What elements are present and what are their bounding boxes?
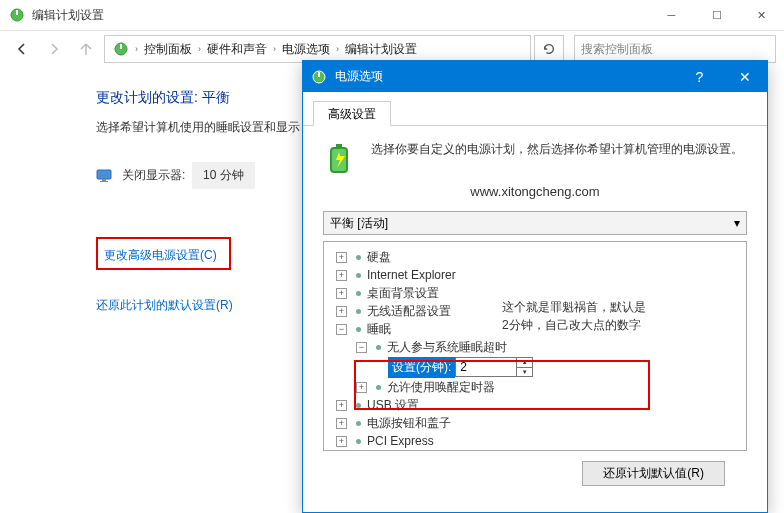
breadcrumb-item[interactable]: 电源选项 [278, 41, 334, 58]
spinner-up[interactable]: ▲ [517, 358, 532, 368]
advanced-settings-link[interactable]: 更改高级电源设置(C) [104, 248, 217, 262]
annotation-text: 这个就是罪魁祸首，默认是 2分钟，自己改大点的数字 [502, 298, 646, 334]
dialog-tabs: 高级设置 [303, 92, 767, 126]
chevron-down-icon: ▾ [734, 216, 740, 230]
battery-icon [323, 140, 359, 176]
window-titlebar: 编辑计划设置 ─ ☐ ✕ [0, 0, 784, 31]
tree-item-unattended[interactable]: −无人参与系统睡眠超时 [328, 338, 742, 356]
window-title: 编辑计划设置 [32, 7, 649, 24]
setting-minutes-input[interactable] [455, 357, 517, 377]
search-placeholder: 搜索控制面板 [581, 41, 653, 58]
dialog-titlebar: 电源选项 ? ✕ [303, 61, 767, 92]
svg-rect-5 [102, 179, 106, 181]
tree-item-pci[interactable]: +PCI Express [328, 432, 742, 450]
dialog-description: 选择你要自定义的电源计划，然后选择你希望计算机管理的电源设置。 [371, 140, 743, 158]
display-off-label: 关闭显示器: [122, 167, 192, 184]
refresh-button[interactable] [534, 35, 564, 63]
chevron-right-icon: › [198, 44, 201, 54]
tree-item-ie[interactable]: +Internet Explorer [328, 266, 742, 284]
monitor-icon [96, 168, 112, 184]
chevron-right-icon: › [336, 44, 339, 54]
tree-item-harddisk[interactable]: +硬盘 [328, 248, 742, 266]
breadcrumb-item[interactable]: 控制面板 [140, 41, 196, 58]
dialog-body: 选择你要自定义的电源计划，然后选择你希望计算机管理的电源设置。 www.xito… [303, 126, 767, 486]
breadcrumb-item[interactable]: 硬件和声音 [203, 41, 271, 58]
svg-rect-1 [16, 10, 18, 15]
breadcrumb-bar[interactable]: › 控制面板 › 硬件和声音 › 电源选项 › 编辑计划设置 [104, 35, 531, 63]
setting-label: 设置(分钟): [388, 357, 455, 378]
tab-advanced[interactable]: 高级设置 [313, 101, 391, 126]
tree-item-wake-timers[interactable]: +允许使用唤醒定时器 [328, 378, 742, 396]
dialog-title: 电源选项 [335, 68, 677, 85]
display-off-value[interactable]: 10 分钟 [192, 162, 255, 189]
help-button[interactable]: ? [677, 61, 722, 92]
highlight-box: 更改高级电源设置(C) [96, 237, 231, 270]
power-options-dialog: 电源选项 ? ✕ 高级设置 选择你要自定义的电源计划，然后选择你希望计算机管理的… [302, 60, 768, 513]
breadcrumb-item[interactable]: 编辑计划设置 [341, 41, 421, 58]
minimize-button[interactable]: ─ [649, 0, 694, 31]
svg-rect-10 [336, 144, 342, 148]
setting-row: 设置(分钟): ▲▼ [328, 356, 742, 378]
power-plan-selected: 平衡 [活动] [330, 215, 388, 232]
tree-item-usb[interactable]: +USB 设置 [328, 396, 742, 414]
svg-rect-3 [120, 44, 122, 49]
tree-item-power-button[interactable]: +电源按钮和盖子 [328, 414, 742, 432]
chevron-right-icon: › [135, 44, 138, 54]
settings-tree[interactable]: +硬盘 +Internet Explorer +桌面背景设置 +无线适配器设置 … [323, 241, 747, 451]
power-icon [113, 41, 129, 57]
maximize-button[interactable]: ☐ [694, 0, 739, 31]
app-icon [9, 7, 25, 23]
restore-plan-defaults-button[interactable]: 还原计划默认值(R) [582, 461, 725, 486]
close-button[interactable]: ✕ [739, 0, 784, 31]
dialog-close-button[interactable]: ✕ [722, 61, 767, 92]
svg-rect-4 [97, 170, 111, 179]
power-icon [311, 69, 327, 85]
watermark-url: www.xitongcheng.com [323, 184, 747, 199]
spinner-down[interactable]: ▼ [517, 368, 532, 377]
chevron-right-icon: › [273, 44, 276, 54]
search-input[interactable]: 搜索控制面板 [574, 35, 776, 63]
up-button[interactable] [72, 35, 100, 63]
restore-defaults-link[interactable]: 还原此计划的默认设置(R) [96, 298, 233, 312]
svg-rect-6 [100, 181, 108, 182]
back-button[interactable] [8, 35, 36, 63]
spinner[interactable]: ▲▼ [517, 357, 533, 377]
power-plan-dropdown[interactable]: 平衡 [活动] ▾ [323, 211, 747, 235]
forward-button[interactable] [40, 35, 68, 63]
svg-rect-8 [318, 72, 320, 77]
